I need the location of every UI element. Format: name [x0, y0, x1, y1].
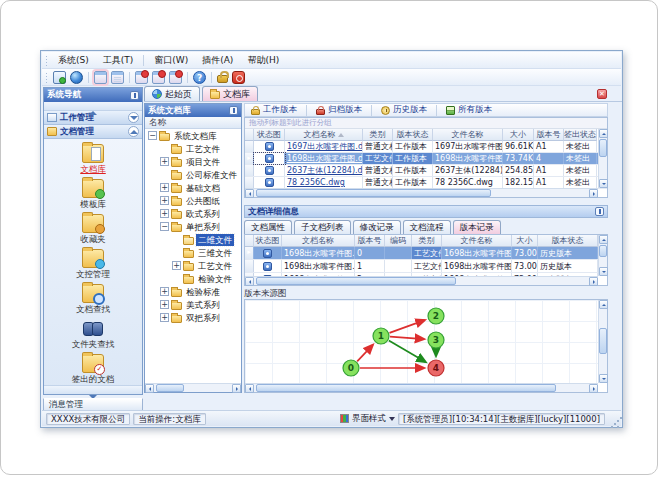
column-header[interactable]: 文档名称 — [282, 235, 355, 247]
scroll-down-icon[interactable] — [599, 374, 608, 383]
button-all-version[interactable]: 所有版本 — [440, 104, 498, 116]
expander-minus-icon[interactable]: − — [148, 131, 157, 140]
scroll-right-icon[interactable] — [589, 277, 598, 286]
column-header[interactable]: 大小 — [503, 129, 534, 141]
scroll-up-icon[interactable] — [599, 235, 608, 244]
sidebar-item-checked-out-docs[interactable]: 签出的文档 — [44, 354, 142, 389]
tab-version-records[interactable]: 版本记录 — [453, 220, 501, 234]
table-row[interactable]: 1698出水嘴零件图.dwg1工艺文件1698出水嘴零件图.dwg73.00KB… — [245, 260, 607, 273]
sidebar-collapse-strip-bottom[interactable] — [44, 385, 142, 394]
tree-node[interactable]: +双把系列 — [145, 311, 241, 324]
tab-doc-flow[interactable]: 文档流程 — [403, 220, 451, 234]
expander-plus-icon[interactable]: + — [160, 196, 169, 205]
button-work-version[interactable]: 工作版本 — [245, 104, 303, 116]
window-close-badge-icon[interactable] — [169, 71, 182, 84]
column-header[interactable]: 版本号 — [534, 129, 564, 141]
column-header[interactable]: 文档名称 — [285, 129, 363, 141]
menu-window[interactable]: 窗口(W) — [147, 53, 195, 68]
tree-node[interactable]: +检验标准 — [145, 285, 241, 298]
expander-plus-icon[interactable]: + — [160, 183, 169, 192]
window-grid-icon[interactable] — [111, 71, 124, 84]
button-history-version[interactable]: 历史版本 — [375, 104, 433, 116]
column-header[interactable]: 状态图 — [254, 129, 285, 141]
help-icon[interactable] — [193, 71, 206, 84]
versions-vertical-scrollbar[interactable] — [598, 235, 607, 276]
scroll-right-icon[interactable] — [232, 384, 241, 393]
expander-plus-icon[interactable]: + — [160, 300, 169, 309]
graph-horizontal-scrollbar[interactable] — [245, 383, 598, 392]
table-row[interactable]: 2637主体(12284).dwg普通文档工作版本2637主体(12284).d… — [245, 165, 607, 177]
tree-node[interactable]: +基础文档 — [145, 181, 241, 194]
chevron-up-circle-icon[interactable] — [128, 126, 139, 137]
column-header[interactable]: 大小 — [512, 235, 538, 247]
window-new-badge-icon[interactable] — [135, 71, 148, 84]
tree-node[interactable]: −系统文档库 — [145, 129, 241, 142]
expander-plus-icon[interactable]: + — [160, 209, 169, 218]
scroll-right-icon[interactable] — [589, 189, 598, 198]
tree-node[interactable]: +工艺文件 — [145, 259, 241, 272]
tree-column-header[interactable]: 名称 — [145, 117, 241, 129]
column-header[interactable]: 版本状态 — [393, 129, 433, 141]
expander-plus-icon[interactable]: + — [160, 313, 169, 322]
tree-horizontal-scrollbar[interactable] — [145, 383, 241, 392]
column-header[interactable]: 文件名称 — [433, 129, 503, 141]
pin-icon[interactable] — [229, 106, 238, 115]
tree-node[interactable]: 公司标准文件 — [145, 168, 241, 181]
scroll-left-icon[interactable] — [245, 189, 254, 198]
pin-icon[interactable] — [130, 91, 139, 100]
tree-node[interactable]: +公共图纸 — [145, 194, 241, 207]
scroll-left-icon[interactable] — [245, 277, 254, 286]
tree-node[interactable]: +美式系列 — [145, 298, 241, 311]
column-header[interactable]: 编码 — [385, 235, 412, 247]
power-icon[interactable] — [232, 71, 245, 84]
sidebar-item-doc-search[interactable]: 文档查找 — [44, 284, 142, 319]
tab-doc-properties[interactable]: 文档属性 — [244, 220, 292, 234]
scrollbar-thumb[interactable] — [599, 328, 607, 354]
menu-help[interactable]: 帮助(H) — [240, 53, 286, 68]
tree-node[interactable]: +项目文件 — [145, 155, 241, 168]
graph-vertical-scrollbar[interactable] — [598, 300, 607, 383]
ui-style-selector[interactable]: 界面样式 — [340, 413, 395, 425]
monitor-icon[interactable] — [53, 71, 66, 84]
sidebar-item-folder-search[interactable]: 文件夹查找 — [44, 319, 142, 354]
tree-node[interactable]: −单把系列 — [145, 220, 241, 233]
window-icon[interactable] — [94, 71, 107, 84]
tree-node[interactable]: +欧式系列 — [145, 207, 241, 220]
scroll-down-icon[interactable] — [599, 267, 608, 276]
scroll-up-icon[interactable] — [599, 300, 608, 309]
column-header[interactable]: 版本状态 — [538, 235, 598, 247]
menu-system[interactable]: 系统(S) — [51, 53, 96, 68]
expander-minus-icon[interactable]: − — [160, 222, 169, 231]
toolbar-drag-grip[interactable] — [45, 72, 48, 83]
sidebar-item-template-library[interactable]: 模板库 — [44, 179, 142, 214]
button-archive-version[interactable]: 归档版本 — [310, 104, 368, 116]
documents-horizontal-scrollbar[interactable] — [245, 188, 598, 197]
tree-node[interactable]: 二维文件 — [145, 233, 241, 246]
sidebar-collapse-strip-top[interactable] — [44, 102, 142, 111]
table-row[interactable]: 1697出水嘴零件图.dwg普通文档工作版本1697出水嘴零件图.dwg96.6… — [245, 141, 607, 153]
scroll-left-icon[interactable] — [245, 384, 254, 393]
tree-node[interactable]: 检验文件 — [145, 272, 241, 285]
scroll-right-icon[interactable] — [589, 384, 598, 393]
scrollbar-thumb[interactable] — [256, 189, 491, 197]
column-header[interactable]: 文件名称 — [442, 235, 512, 247]
documents-vertical-scrollbar[interactable] — [598, 129, 607, 188]
lock-icon[interactable] — [217, 75, 228, 83]
tab-modify-records[interactable]: 修改记录 — [353, 220, 401, 234]
menu-tools[interactable]: 工具(T) — [96, 53, 141, 68]
expander-plus-icon[interactable]: + — [172, 261, 181, 270]
column-header[interactable]: 版本号 — [355, 235, 385, 247]
tree-node[interactable]: 三维文件 — [145, 246, 241, 259]
table-row[interactable]: ▸1698出水嘴零件图.dwg0工艺文件1698出水嘴零件图.dwg73.00K… — [245, 247, 607, 260]
expander-plus-icon[interactable]: + — [160, 287, 169, 296]
scrollbar-thumb[interactable] — [599, 139, 607, 157]
scrollbar-thumb[interactable] — [256, 277, 456, 285]
resize-grip[interactable] — [608, 417, 617, 426]
close-icon[interactable]: ✕ — [597, 89, 607, 99]
column-header[interactable]: 状态图 — [254, 235, 282, 247]
tab-subdoc-list[interactable]: 子文档列表 — [294, 220, 351, 234]
scroll-left-icon[interactable] — [145, 384, 154, 393]
scrollbar-thumb[interactable] — [599, 245, 607, 257]
version-graph-canvas[interactable]: 01234 — [245, 300, 598, 383]
pin-icon[interactable] — [595, 207, 604, 216]
